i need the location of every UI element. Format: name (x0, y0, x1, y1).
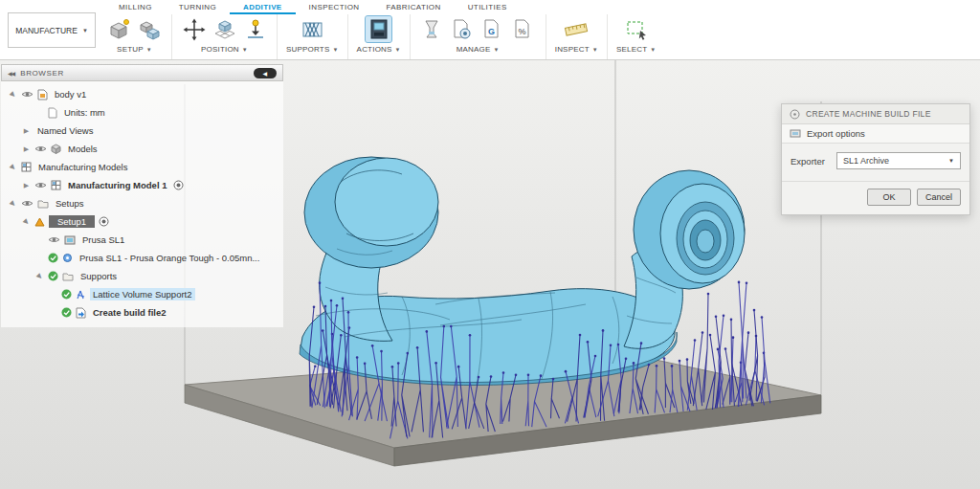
tree-row-prusa-sl1[interactable]: Prusa SL1 (1, 231, 283, 249)
expander-closed-icon[interactable]: ▶ (22, 127, 31, 135)
printer-icon (64, 234, 76, 245)
dialog-title: CREATE MACHINE BUILD FILE (806, 109, 931, 119)
svg-text:%: % (518, 27, 525, 36)
tree-row-prusa-sl1-prusa-orange-tough-0-05mn[interactable]: Prusa SL1 - Prusa Orange Tough - 0.05mn.… (1, 249, 283, 267)
arrange-icon[interactable] (212, 16, 237, 42)
simulate-icon[interactable] (419, 16, 445, 42)
group-label-text: SETUP (117, 45, 144, 54)
eye-icon[interactable] (21, 90, 33, 99)
exporter-select[interactable]: SL1 Archive ▼ (836, 152, 961, 169)
expander-closed-icon[interactable]: ▶ (22, 182, 31, 189)
check-icon[interactable] (61, 289, 72, 300)
panel-collapse-icon[interactable]: ◀ (254, 68, 277, 78)
percent-doc-icon[interactable]: % (511, 16, 537, 42)
collapse-arrows-icon[interactable]: ◀◀ (8, 70, 14, 77)
toolbar-group-supports: SUPPORTS▼ (278, 14, 348, 59)
chevron-down-icon: ▼ (650, 47, 656, 53)
browser-panel: ◀◀ BROWSER ◀ ▶body v1Units: mm▶Named Vie… (1, 64, 283, 327)
tab-turning[interactable]: TURNING (166, 0, 230, 14)
tree-row-setups[interactable]: ▶Setups (1, 194, 283, 212)
expander-open-icon[interactable]: ▶ (33, 270, 45, 281)
select-box-icon[interactable] (623, 16, 649, 42)
tree-row-setup1[interactable]: ▶Setup1 (1, 212, 283, 231)
browser-header: ◀◀ BROWSER ◀ (1, 64, 283, 81)
check-icon[interactable] (61, 307, 72, 318)
ribbon-tabs: MILLINGTURNINGADDITIVEINSPECTIONFABRICAT… (105, 0, 521, 14)
tree-label: Supports (78, 270, 120, 282)
drop-icon[interactable] (242, 16, 268, 42)
tab-utilities[interactable]: UTILITIES (455, 0, 521, 14)
group-label-text: ACTIONS (357, 45, 392, 54)
tree-row-units-mm[interactable]: Units: mm (1, 103, 283, 122)
toolbar: MANUFACTURE ▼ MILLINGTURNINGADDITIVEINSP… (0, 0, 980, 60)
toolbar-group-setup: SETUP▼ (98, 14, 172, 59)
group-label-text: SELECT (616, 45, 647, 54)
radio-icon[interactable] (99, 216, 109, 227)
tree-row-manufacturing-models[interactable]: ▶Manufacturing Models (1, 158, 283, 176)
gcode-icon[interactable]: G (480, 16, 506, 42)
eye-icon[interactable] (34, 144, 47, 153)
tree-label: Manufacturing Model 1 (65, 179, 169, 191)
export-options-section[interactable]: Export options (782, 124, 969, 144)
tree-row-named-views[interactable]: ▶Named Views (1, 122, 283, 140)
exporter-row: Exporter SL1 Archive ▼ (782, 144, 969, 181)
tree-row-body-v1[interactable]: ▶body v1 (1, 85, 283, 103)
tree-row-lattice-volume-support2[interactable]: Lattice Volume Support2 (1, 285, 283, 303)
dialog-clock-icon (790, 109, 800, 120)
group-label-supports[interactable]: SUPPORTS▼ (286, 45, 339, 54)
tree-row-supports[interactable]: ▶Supports (1, 267, 283, 285)
dialog-titlebar[interactable]: CREATE MACHINE BUILD FILE (782, 104, 969, 124)
tree-label: Setup1 (49, 215, 95, 228)
create-build-file-icon[interactable] (366, 16, 391, 42)
group-label-inspect[interactable]: INSPECT▼ (555, 45, 598, 54)
toolbar-group-position: POSITION▼ (172, 14, 278, 59)
export-options-icon (790, 128, 801, 139)
model-part[interactable] (300, 157, 745, 385)
radio-icon[interactable] (173, 180, 184, 190)
machine-library-icon[interactable] (137, 16, 163, 42)
check-icon[interactable] (48, 253, 58, 263)
eye-icon[interactable] (48, 235, 60, 244)
ok-button[interactable]: OK (867, 189, 911, 206)
tab-milling[interactable]: MILLING (105, 0, 166, 14)
tab-fabrication[interactable]: FABRICATION (373, 0, 455, 14)
cancel-button[interactable]: Cancel (917, 189, 961, 206)
tree-label: body v1 (52, 88, 89, 100)
group-label-position[interactable]: POSITION▼ (201, 45, 248, 54)
group-label-setup[interactable]: SETUP▼ (117, 45, 152, 54)
post-process-icon[interactable] (450, 16, 476, 42)
chevron-down-icon: ▼ (242, 47, 248, 53)
volume-support-icon[interactable] (300, 16, 325, 42)
exporter-label: Exporter (791, 156, 825, 167)
mfg-models-icon (51, 180, 61, 190)
measure-icon[interactable] (564, 16, 590, 42)
tree-label: Units: mm (61, 106, 108, 119)
group-label-text: INSPECT (555, 45, 590, 54)
tree-label: Create build file2 (90, 306, 169, 319)
tree-row-manufacturing-model-1[interactable]: ▶Manufacturing Model 1 (1, 176, 283, 194)
folder-icon (62, 272, 74, 281)
group-label-select[interactable]: SELECT▼ (616, 45, 656, 54)
tree-label: Prusa SL1 (79, 233, 127, 246)
check-icon[interactable] (48, 271, 58, 281)
tree-row-models[interactable]: ▶Models (1, 140, 283, 158)
workspace-selector[interactable]: MANUFACTURE ▼ (8, 12, 96, 48)
tree-row-create-build-file2[interactable]: Create build file2 (1, 303, 283, 322)
group-label-actions[interactable]: ACTIONS▼ (357, 45, 401, 54)
folder-icon (37, 199, 49, 209)
expander-closed-icon[interactable]: ▶ (22, 145, 31, 153)
expander-open-icon[interactable]: ▶ (7, 88, 18, 100)
group-label-manage[interactable]: MANAGE▼ (457, 45, 500, 54)
print-setting-icon (62, 253, 73, 263)
tab-inspection[interactable]: INSPECTION (296, 0, 373, 14)
expander-open-icon[interactable]: ▶ (7, 161, 18, 172)
new-setup-icon[interactable] (106, 16, 132, 42)
svg-text:G: G (488, 27, 495, 36)
tree-label: Named Views (34, 124, 96, 137)
eye-icon[interactable] (34, 181, 47, 189)
eye-icon[interactable] (21, 199, 33, 208)
expander-open-icon[interactable]: ▶ (7, 197, 18, 209)
tab-additive[interactable]: ADDITIVE (230, 0, 296, 14)
move-icon[interactable] (181, 16, 207, 42)
expander-open-icon[interactable]: ▶ (20, 215, 32, 227)
